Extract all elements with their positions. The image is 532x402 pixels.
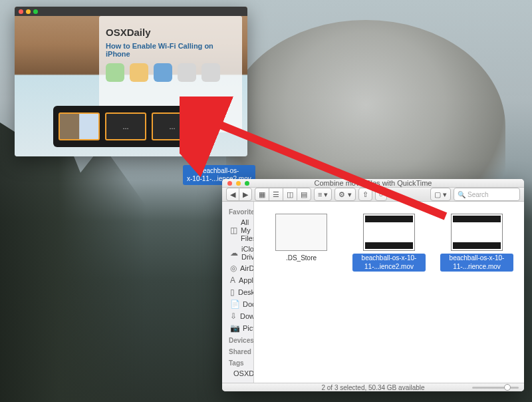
search-placeholder: Search (467, 191, 489, 198)
pictures-icon: 📷 (230, 323, 239, 333)
file-name: beachball-os-x-10-11-...rience.mov (440, 254, 513, 272)
file-ds-store[interactable]: .DS_Store (265, 214, 338, 264)
overlay-app-grid (106, 63, 235, 82)
applications-icon: A (230, 276, 235, 285)
overlay-logo: OSXDaily (106, 27, 235, 38)
tags-button[interactable]: ○ (375, 188, 388, 201)
action-button[interactable]: ⚙ ▾ (334, 188, 355, 201)
status-text: 2 of 3 selected, 50.34 GB available (321, 384, 424, 391)
sidebar-item-documents[interactable]: 📄Documents (222, 298, 253, 310)
overlay-headline: How to Enable Wi-Fi Calling on iPhone (106, 42, 235, 58)
documents-icon: 📄 (230, 300, 239, 309)
file-name: .DS_Store (284, 254, 319, 264)
finder-toolbar: ◀ ▶ ▦ ☰ ◫ ▤ ≡ ▾ ⚙ ▾ ⇧ ○ ▢ ▾ 🔍 Search (222, 188, 524, 202)
minimize-icon[interactable] (236, 181, 241, 186)
view-list-button[interactable]: ☰ (269, 188, 283, 201)
minimize-icon[interactable] (26, 9, 31, 14)
close-icon[interactable] (227, 181, 232, 186)
sidebar-item-downloads[interactable]: ⇩Downloads (222, 310, 253, 322)
sidebar-item-applications[interactable]: AApplications (222, 274, 253, 286)
sidebar-item-pictures[interactable]: 📷Pictures (222, 322, 253, 334)
file-beachball-2[interactable]: beachball-os-x-10-11-...rience.mov (440, 214, 513, 272)
sidebar-heading-tags: Tags (222, 357, 253, 368)
zoom-icon[interactable] (245, 181, 249, 186)
airdrop-icon: ◎ (230, 264, 237, 273)
sidebar-heading-favorites: Favorites (222, 206, 253, 217)
file-beachball-1[interactable]: beachball-os-x-10-11-...ience2.mov (352, 214, 426, 272)
finder-titlebar[interactable]: Combine movie files with QuickTime (222, 179, 524, 188)
clip-placeholder-2[interactable]: ... (152, 112, 193, 140)
desktop-icon: ▯ (230, 288, 235, 297)
quicktime-clip-strip[interactable]: ... ... (53, 106, 200, 147)
finder-content[interactable]: .DS_Store beachball-os-x-10-11-...ience2… (254, 202, 524, 383)
dropbox-button[interactable]: ▢ ▾ (430, 188, 451, 201)
sidebar-item-airdrop[interactable]: ◎AirDrop (222, 262, 253, 274)
zoom-icon[interactable] (33, 9, 38, 14)
all-files-icon: ◫ (230, 226, 237, 235)
close-icon[interactable] (19, 9, 23, 14)
sidebar-item-desktop[interactable]: ▯Desktop (222, 286, 253, 298)
view-icons-button[interactable]: ▦ (255, 188, 269, 201)
search-icon: 🔍 (458, 191, 466, 198)
finder-status-bar: 2 of 3 selected, 50.34 GB available (222, 383, 524, 391)
downloads-icon: ⇩ (230, 311, 237, 321)
file-name: beachball-os-x-10-11-...ience2.mov (352, 254, 426, 272)
view-coverflow-button[interactable]: ▤ (297, 188, 311, 201)
finder-window[interactable]: Combine movie files with QuickTime ◀ ▶ ▦… (222, 179, 524, 391)
icloud-icon: ☁ (230, 248, 238, 258)
file-thumb-video (451, 214, 503, 251)
sidebar-tag-osxdaily[interactable]: OSXDaily.com (222, 368, 253, 379)
nav-buttons: ◀ ▶ (226, 188, 252, 201)
file-thumb-doc (275, 214, 327, 251)
forward-button[interactable]: ▶ (239, 188, 252, 201)
finder-title: Combine movie files with QuickTime (315, 179, 432, 187)
sidebar-item-icloud-drive[interactable]: ☁iCloud Drive (222, 244, 253, 262)
clip-thumb-1[interactable] (59, 112, 100, 140)
sidebar-item-all-my-files[interactable]: ◫All My Files (222, 217, 253, 244)
view-buttons: ▦ ☰ ◫ ▤ (255, 188, 311, 201)
sidebar-heading-devices: Devices (222, 334, 253, 345)
share-button[interactable]: ⇧ (358, 188, 372, 201)
search-field[interactable]: 🔍 Search (454, 188, 520, 201)
arrange-button[interactable]: ≡ ▾ (314, 188, 332, 201)
quicktime-window[interactable]: OSXDaily How to Enable Wi-Fi Calling on … (15, 7, 247, 156)
sidebar-heading-shared: Shared (222, 345, 253, 357)
drag-tip-line1: beachball-os- (199, 167, 239, 174)
finder-sidebar: Favorites ◫All My Files ☁iCloud Drive ◎A… (222, 202, 254, 383)
view-columns-button[interactable]: ◫ (283, 188, 297, 201)
clip-placeholder-1[interactable]: ... (105, 112, 146, 140)
file-thumb-video (363, 214, 415, 251)
back-button[interactable]: ◀ (226, 188, 239, 201)
icon-size-slider[interactable] (472, 387, 519, 389)
quicktime-titlebar (15, 7, 247, 16)
